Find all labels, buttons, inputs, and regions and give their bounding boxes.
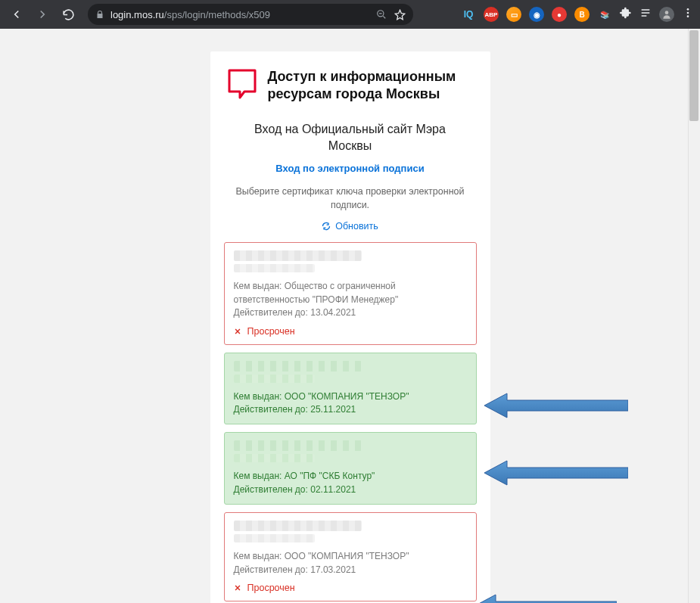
cert-valid-until: Действителен до: 25.11.2021 xyxy=(234,403,467,416)
refresh-link[interactable]: Обновить xyxy=(210,221,490,242)
svg-point-4 xyxy=(687,15,689,17)
page-subtitle: Вход на Официальный сайт Мэра Москвы xyxy=(210,117,490,163)
cert-sub-redacted xyxy=(234,264,316,272)
zoom-icon[interactable] xyxy=(376,9,387,20)
url-text: login.mos.ru/sps/login/methods/x509 xyxy=(110,9,270,20)
cert-issuer: Кем выдан: ООО "КОМПАНИЯ "ТЕНЗОР" xyxy=(234,550,467,563)
svg-point-3 xyxy=(687,12,689,14)
ext-b-icon[interactable]: B xyxy=(574,7,590,22)
x-icon xyxy=(234,584,241,592)
svg-point-2 xyxy=(687,8,689,11)
lock-icon xyxy=(95,10,104,19)
cert-valid-until: Действителен до: 17.03.2021 xyxy=(234,564,467,577)
certificate-card[interactable]: Кем выдан: ООО "КОМПАНИЯ "ТЕНЗОР" Действ… xyxy=(224,353,477,425)
annotation-arrow xyxy=(484,390,628,415)
refresh-icon xyxy=(322,222,331,231)
profile-avatar[interactable] xyxy=(659,7,674,22)
instruction-text: Выберите сертификат ключа проверки элект… xyxy=(210,185,490,221)
svg-marker-7 xyxy=(473,595,617,603)
cert-name-redacted xyxy=(234,361,362,371)
ext-abp-icon[interactable]: ABP xyxy=(484,7,499,22)
reading-list-icon[interactable] xyxy=(639,7,652,22)
cert-sub-redacted xyxy=(234,375,316,383)
mos-ru-logo xyxy=(227,68,257,103)
menu-button[interactable] xyxy=(682,7,694,22)
cert-issuer: Кем выдан: ООО "КОМПАНИЯ "ТЕНЗОР" xyxy=(234,390,467,403)
star-icon[interactable] xyxy=(394,9,406,20)
certificate-card[interactable]: Кем выдан: ООО "КОМПАНИЯ "ТЕНЗОР" Действ… xyxy=(224,512,477,601)
cert-issuer: Кем выдан: АО "ПФ "СКБ Контур" xyxy=(234,470,467,483)
login-card: Доступ к информационным ресурсам города … xyxy=(210,51,490,603)
address-bar[interactable]: login.mos.ru/sps/login/methods/x509 xyxy=(88,4,413,25)
back-button[interactable] xyxy=(6,4,27,25)
forward-button[interactable] xyxy=(32,4,53,25)
certificate-list: Кем выдан: Общество с ограниченной ответ… xyxy=(210,242,490,603)
ext-tomato-icon[interactable]: ● xyxy=(552,7,567,22)
ext-box-icon[interactable]: ▭ xyxy=(506,7,521,22)
svg-marker-6 xyxy=(484,461,628,485)
cert-status-expired: Просрочен xyxy=(234,326,467,337)
ext-spiral-icon[interactable]: ◉ xyxy=(529,7,544,22)
scrollbar-thumb[interactable] xyxy=(689,30,698,121)
page-viewport: Доступ к информационным ресурсам города … xyxy=(0,29,700,603)
cert-sub-redacted xyxy=(234,454,316,462)
certificate-card[interactable]: Кем выдан: Общество с ограниченной ответ… xyxy=(224,242,477,344)
refresh-label: Обновить xyxy=(335,221,378,232)
page-title: Доступ к информационным ресурсам города … xyxy=(268,68,474,102)
svg-point-1 xyxy=(665,11,669,14)
ext-books-icon[interactable]: 📚 xyxy=(597,7,612,22)
cert-name-redacted xyxy=(234,440,362,451)
cert-valid-until: Действителен до: 02.11.2021 xyxy=(234,483,467,496)
reload-button[interactable] xyxy=(58,4,79,25)
annotation-arrow xyxy=(484,458,628,482)
scrollbar[interactable] xyxy=(688,29,700,603)
extensions-button[interactable] xyxy=(620,7,632,22)
certificate-card[interactable]: Кем выдан: АО "ПФ "СКБ Контур" Действите… xyxy=(224,432,477,505)
cert-status-expired: Просрочен xyxy=(234,583,467,593)
login-method-link[interactable]: Вход по электронной подписи xyxy=(210,163,490,185)
cert-issuer: Кем выдан: Общество с ограниченной ответ… xyxy=(234,280,467,306)
ext-iq-icon[interactable]: IQ xyxy=(461,7,476,22)
x-icon xyxy=(234,328,241,335)
cert-name-redacted xyxy=(234,250,362,261)
svg-marker-5 xyxy=(484,393,628,418)
browser-toolbar: login.mos.ru/sps/login/methods/x509 IQ A… xyxy=(0,0,700,29)
extension-icons: IQ ABP ▭ ◉ ● B 📚 xyxy=(461,7,694,22)
cert-name-redacted xyxy=(234,521,362,531)
cert-sub-redacted xyxy=(234,534,316,542)
cert-valid-until: Действителен до: 13.04.2021 xyxy=(234,306,467,319)
annotation-arrow xyxy=(473,592,617,603)
